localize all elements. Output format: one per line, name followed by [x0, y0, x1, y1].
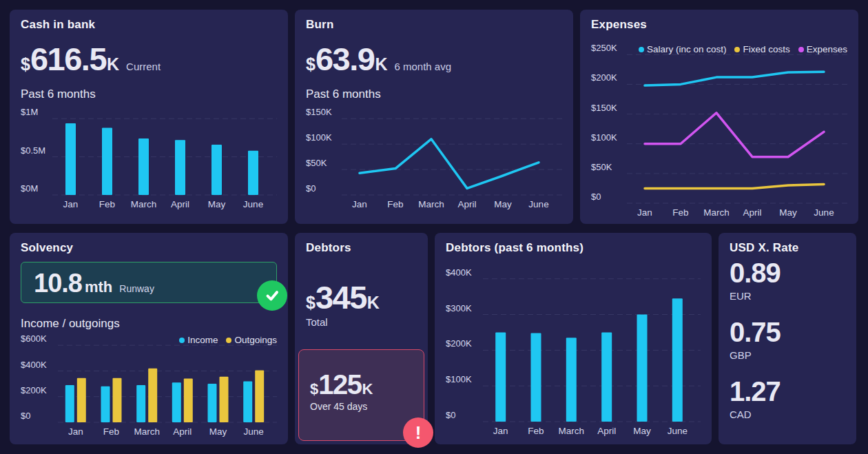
rate-eur: 0.89 EUR — [730, 259, 845, 302]
svg-text:Feb: Feb — [672, 207, 688, 218]
card-debtors: Debtors $ 345 K Total $ 125 K Over 45 da… — [295, 233, 428, 444]
svg-text:March: March — [134, 426, 160, 437]
burn-line-chart: $150K$100K$50K$0JanFebMarchAprilMayJune — [306, 105, 562, 210]
rate-cad-value: 1.27 — [730, 378, 845, 405]
burn-chart-area: $150K$100K$50K$0JanFebMarchAprilMayJune — [306, 105, 562, 210]
svg-text:May: May — [494, 199, 512, 209]
rate-eur-value: 0.89 — [730, 259, 845, 287]
income-outgoings-bar-chart: $600K$400K$200K$0JanFebMarchAprilMayJune — [21, 333, 277, 437]
card-debtors-past-6-months: Debtors (past 6 months) $400K$300K$200K$… — [435, 233, 712, 444]
currency-symbol: $ — [306, 54, 316, 74]
currency-symbol: $ — [306, 293, 316, 313]
svg-text:$0: $0 — [306, 183, 316, 194]
debtors-overdue-kpi: $ 125 K — [310, 371, 413, 398]
svg-text:$250K: $250K — [591, 43, 617, 53]
expenses-chart-area: Salary (inc on cost)Fixed costsExpenses … — [591, 36, 847, 218]
legend-dot-icon — [179, 338, 185, 343]
card-cash-in-bank: Cash in bank $ 616.5 K Current Past 6 mo… — [10, 10, 288, 224]
legend-item: Fixed costs — [734, 44, 789, 54]
svg-text:May: May — [208, 199, 226, 209]
card-title-solvency: Solvency — [21, 241, 277, 255]
debtors-total-caption: Total — [306, 316, 417, 328]
legend-item: Expenses — [798, 44, 847, 54]
svg-text:June: June — [243, 199, 263, 209]
debtors6-chart-area: $400K$300K$200K$100K$0JanFebMarchAprilMa… — [446, 259, 701, 437]
svg-text:Jan: Jan — [637, 207, 652, 218]
legend-label: Salary (inc on cost) — [647, 44, 727, 54]
svg-text:Feb: Feb — [387, 199, 403, 209]
expenses-line-chart: $250K$200K$150K$100K$50K$0JanFebMarchApr… — [591, 36, 847, 218]
svg-text:Jan: Jan — [493, 426, 508, 436]
svg-text:Jan: Jan — [63, 199, 79, 209]
svg-text:$0: $0 — [21, 411, 30, 421]
svg-text:June: June — [528, 199, 548, 209]
svg-text:May: May — [779, 207, 797, 218]
svg-text:$150K: $150K — [306, 107, 332, 117]
svg-text:$0: $0 — [591, 192, 601, 202]
svg-text:Feb: Feb — [103, 426, 119, 437]
chart-subtitle: Income / outgoings — [21, 317, 277, 331]
card-expenses: Expenses Salary (inc on cost)Fixed costs… — [580, 10, 858, 224]
svg-text:$50K: $50K — [591, 162, 612, 172]
card-title-debtors: Debtors — [306, 241, 417, 255]
svg-text:May: May — [633, 426, 651, 436]
card-burn: Burn $ 63.9 K 6 month avg Past 6 months … — [295, 10, 573, 224]
legend-dot-icon — [798, 47, 804, 52]
currency-symbol: $ — [310, 380, 318, 398]
burn-avg-value: 63.9 — [316, 43, 374, 75]
card-title-cash: Cash in bank — [21, 18, 277, 32]
svg-text:Jan: Jan — [68, 426, 83, 437]
expenses-legend: Salary (inc on cost)Fixed costsExpenses — [639, 44, 847, 54]
runway-value: 10.8 — [34, 262, 82, 304]
svg-text:$200K: $200K — [21, 385, 47, 395]
runway-caption: Runway — [119, 283, 154, 294]
card-solvency: Solvency 10.8 mth Runway Income / outgoi… — [10, 233, 288, 444]
debtors-past-6-months-bar-chart: $400K$300K$200K$100K$0JanFebMarchAprilMa… — [446, 259, 701, 437]
top-row: Cash in bank $ 616.5 K Current Past 6 mo… — [10, 10, 858, 224]
svg-text:$0.5M: $0.5M — [21, 145, 45, 156]
svg-text:$50K: $50K — [306, 158, 327, 168]
svg-text:Feb: Feb — [99, 199, 115, 209]
cash-current-value: 616.5 — [30, 43, 106, 75]
card-title-burn: Burn — [306, 18, 562, 32]
value-suffix: K — [367, 293, 380, 313]
runway-unit: mth — [85, 278, 112, 296]
svg-text:June: June — [668, 426, 688, 436]
svg-text:$0: $0 — [446, 410, 455, 420]
dashboard: Cash in bank $ 616.5 K Current Past 6 mo… — [0, 0, 868, 454]
svg-text:March: March — [703, 207, 730, 218]
svg-text:$600K: $600K — [21, 333, 47, 344]
cash-current-kpi: $ 616.5 K Current — [21, 43, 277, 75]
debtors-total-value: 345 — [316, 281, 366, 313]
svg-text:June: June — [814, 207, 834, 218]
value-suffix: K — [375, 54, 387, 74]
solvency-chart-area: IncomeOutgoings $600K$400K$200K$0JanFebM… — [21, 333, 277, 437]
debtors-overdue-alert-box: $ 125 K Over 45 days ! — [298, 349, 424, 441]
svg-text:$150K: $150K — [591, 103, 617, 113]
income-outgoings-legend: IncomeOutgoings — [179, 335, 277, 345]
svg-text:March: March — [418, 199, 444, 209]
card-title-usd-rate: USD X. Rate — [730, 241, 845, 255]
svg-text:$100K: $100K — [306, 132, 332, 143]
cash-in-bank-bar-chart: $1M$0.5M$0MJanFebMarchAprilMayJune — [21, 105, 277, 210]
svg-text:$1M: $1M — [21, 107, 38, 117]
card-usd-exchange-rate: USD X. Rate 0.89 EUR 0.75 GBP 1.27 CAD — [719, 233, 856, 444]
svg-text:May: May — [209, 426, 227, 437]
debtors-overdue-value: 125 — [318, 371, 361, 398]
card-title-expenses: Expenses — [591, 18, 847, 32]
svg-text:April: April — [171, 199, 189, 209]
bottom-row: Solvency 10.8 mth Runway Income / outgoi… — [10, 233, 858, 444]
runway-highlight-box: 10.8 mth Runway — [21, 262, 277, 303]
svg-text:April: April — [597, 426, 616, 436]
debtors-total-kpi: $ 345 K — [306, 281, 417, 313]
svg-text:April: April — [173, 426, 192, 437]
svg-text:$200K: $200K — [446, 338, 472, 349]
svg-text:$400K: $400K — [21, 360, 47, 370]
svg-text:Feb: Feb — [528, 426, 544, 436]
legend-label: Expenses — [807, 44, 847, 54]
svg-text:March: March — [559, 426, 585, 436]
debtors-overdue-caption: Over 45 days — [310, 401, 413, 412]
svg-text:$100K: $100K — [591, 132, 617, 143]
legend-dot-icon — [226, 338, 231, 343]
svg-text:April: April — [457, 199, 476, 209]
